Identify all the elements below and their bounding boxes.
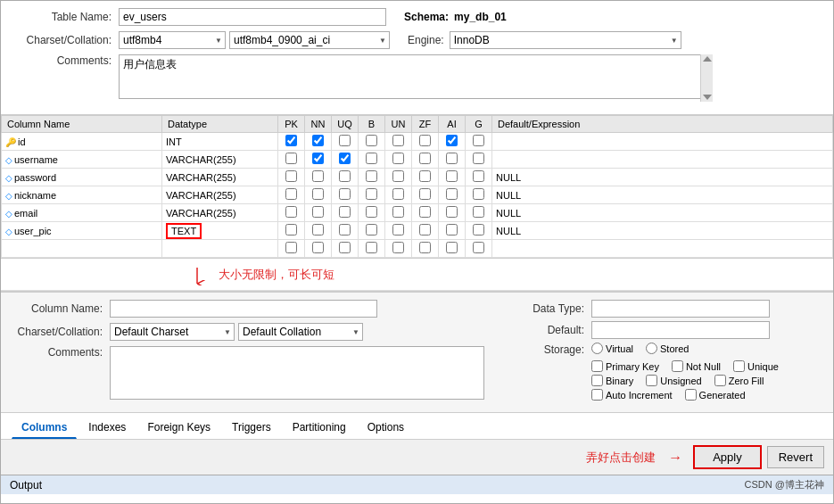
b-checkbox[interactable] [366,188,377,200]
ai-checkbox[interactable] [446,170,458,182]
col-pk-cell[interactable] [278,133,305,151]
tab-indexes[interactable]: Indexes [78,417,136,439]
col-uq-cell[interactable] [332,186,359,204]
col-nn-cell[interactable] [305,186,332,204]
col-nn-cell[interactable] [305,222,332,240]
un-checkbox[interactable] [392,224,404,235]
stored-radio[interactable] [646,343,657,354]
nn-checkbox[interactable] [312,135,324,146]
ai-checkbox[interactable] [446,135,458,146]
zf-checkbox[interactable] [419,135,431,146]
zf-checkbox[interactable] [419,170,431,182]
nn-checkbox[interactable] [312,206,324,218]
col-nn-cell[interactable] [305,151,332,169]
g-checkbox[interactable] [473,188,484,200]
ai-checkbox[interactable] [446,224,458,235]
tab-partitioning[interactable]: Partitioning [283,417,356,439]
b-checkbox[interactable] [366,170,377,182]
col-uq-cell[interactable] [332,240,359,258]
zerofill-check-label[interactable]: Zero Fill [714,375,764,386]
col-b-cell[interactable] [359,169,385,186]
detail-comments-textarea[interactable] [110,346,484,400]
collation-select-wrapper[interactable]: utf8mb4_0900_ai_ci [229,31,390,49]
col-g-cell[interactable] [466,240,492,258]
pk-check-label[interactable]: Primary Key [591,360,659,372]
zf-checkbox[interactable] [419,153,431,164]
col-g-cell[interactable] [466,186,492,204]
detail-charset-wrapper[interactable]: Default Charset [110,323,235,341]
unsigned-check-label[interactable]: Unsigned [646,375,701,386]
col-uq-cell[interactable] [332,169,359,186]
g-checkbox[interactable] [473,135,484,146]
col-ai-cell[interactable] [439,222,466,240]
uq-checkbox[interactable] [339,135,351,146]
uq-checkbox[interactable] [339,224,351,235]
col-zf-cell[interactable] [412,204,439,222]
tab-triggers[interactable]: Triggers [222,417,281,439]
col-g-cell[interactable] [466,169,492,186]
detail-datatype-input[interactable] [591,300,770,318]
un-checkbox[interactable] [392,170,404,182]
b-checkbox[interactable] [366,135,377,146]
uq-checkbox[interactable] [339,206,351,218]
b-checkbox[interactable] [366,206,377,218]
col-pk-cell[interactable] [278,204,305,222]
pk-checkbox[interactable] [285,170,297,182]
col-g-cell[interactable] [466,151,492,169]
col-b-cell[interactable] [359,222,385,240]
zf-checkbox[interactable] [419,224,431,235]
g-checkbox[interactable] [473,224,484,235]
apply-button[interactable]: Apply [693,445,762,469]
notnull-check-label[interactable]: Not Null [672,360,721,372]
col-uq-cell[interactable] [332,204,359,222]
binary-check-label[interactable]: Binary [591,375,633,386]
col-nn-cell[interactable] [305,204,332,222]
detail-collation-wrapper[interactable]: Default Collation [238,323,363,341]
col-un-cell[interactable] [385,186,412,204]
generated-check[interactable] [685,389,697,401]
col-un-cell[interactable] [385,151,412,169]
pk-checkbox[interactable] [285,188,297,200]
col-g-cell[interactable] [466,133,492,151]
ai-checkbox[interactable] [446,153,458,164]
revert-button[interactable]: Revert [767,446,824,468]
detail-collation-select[interactable]: Default Collation [238,323,363,341]
detail-charset-select[interactable]: Default Charset [110,323,235,341]
nn-checkbox[interactable] [312,170,324,182]
notnull-check[interactable] [672,360,683,372]
ai-checkbox[interactable] [446,188,458,200]
col-un-cell[interactable] [385,133,412,151]
charset-select-wrapper[interactable]: utf8mb4 [119,31,226,49]
col-nn-cell[interactable] [305,169,332,186]
generated-check-label[interactable]: Generated [685,389,746,401]
un-checkbox[interactable] [392,135,404,146]
pk-check[interactable] [591,360,603,372]
uq-checkbox[interactable] [339,153,351,164]
col-ai-cell[interactable] [439,169,466,186]
col-ai-cell[interactable] [439,151,466,169]
pk-checkbox[interactable] [285,224,297,235]
comments-textarea[interactable]: 用户信息表 [119,54,713,99]
binary-check[interactable] [591,375,603,386]
zf-checkbox[interactable] [419,206,431,218]
col-ai-cell[interactable] [439,133,466,151]
unsigned-check[interactable] [646,375,657,386]
col-zf-cell[interactable] [412,151,439,169]
zerofill-check[interactable] [714,375,726,386]
col-g-cell[interactable] [466,204,492,222]
col-pk-cell[interactable] [278,169,305,186]
un-checkbox[interactable] [392,153,404,164]
nn-checkbox[interactable] [312,224,324,235]
col-pk-cell[interactable] [278,222,305,240]
zf-checkbox[interactable] [419,188,431,200]
ai-checkbox[interactable] [446,242,458,253]
virtual-radio[interactable] [591,343,603,354]
tab-foreign-keys[interactable]: Foreign Keys [137,417,220,439]
col-nn-cell[interactable] [305,240,332,258]
ai-checkbox[interactable] [446,206,458,218]
g-checkbox[interactable] [473,242,484,253]
nn-checkbox[interactable] [312,188,324,200]
col-un-cell[interactable] [385,204,412,222]
col-uq-cell[interactable] [332,222,359,240]
b-checkbox[interactable] [366,224,377,235]
